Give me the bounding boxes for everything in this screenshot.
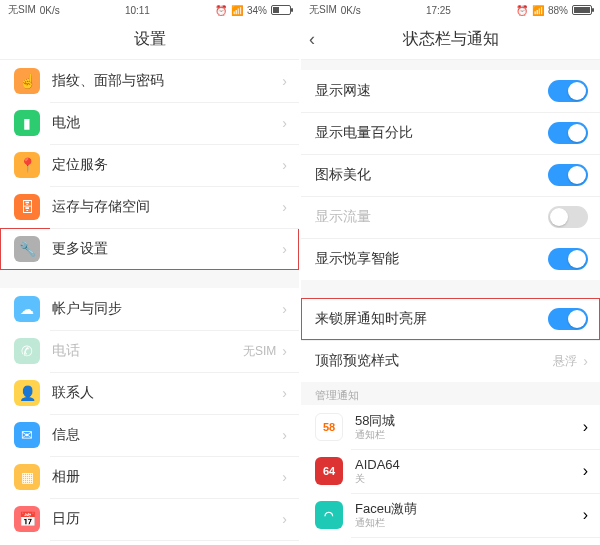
chevron-right-icon: › bbox=[282, 301, 287, 317]
app-text: Faceu激萌通知栏 bbox=[355, 501, 583, 529]
wifi-icon: 📶 bbox=[532, 5, 544, 16]
cloud-icon: ☁ bbox=[14, 296, 40, 322]
battery-icon: ▮ bbox=[14, 110, 40, 136]
back-button[interactable]: ‹ bbox=[309, 29, 315, 50]
row-value: 悬浮 bbox=[553, 353, 577, 370]
row-label: 更多设置 bbox=[52, 240, 282, 258]
preview-style-row[interactable]: 顶部预览样式悬浮› bbox=[301, 340, 600, 382]
settings-row-location[interactable]: 📍定位服务› bbox=[0, 144, 299, 186]
settings-row-contact[interactable]: 👤联系人› bbox=[0, 372, 299, 414]
settings-row-photo[interactable]: ▦相册› bbox=[0, 456, 299, 498]
chevron-right-icon: › bbox=[282, 73, 287, 89]
toggle-row: 显示网速 bbox=[301, 70, 600, 112]
row-label: 帐户与同步 bbox=[52, 300, 282, 318]
sim-status: 无SIM bbox=[309, 3, 337, 17]
settings-row-calendar[interactable]: 📅日历› bbox=[0, 498, 299, 540]
toggle-row: 图标美化 bbox=[301, 154, 600, 196]
phone-icon: ✆ bbox=[14, 338, 40, 364]
chevron-right-icon: › bbox=[583, 462, 588, 480]
settings-list: ☝指纹、面部与密码›▮电池›📍定位服务›🗄运存与存储空间›🔧更多设置›☁帐户与同… bbox=[0, 60, 299, 545]
app-notification-row[interactable]: 5858同城通知栏› bbox=[301, 405, 600, 449]
toggle-label: 显示流量 bbox=[315, 208, 548, 226]
row-label: 指纹、面部与密码 bbox=[52, 72, 282, 90]
app-text: 58同城通知栏 bbox=[355, 413, 583, 441]
row-label: 顶部预览样式 bbox=[315, 352, 553, 370]
settings-row-phone[interactable]: ✆电话无SIM› bbox=[0, 330, 299, 372]
page-header: ‹ 状态栏与通知 bbox=[301, 20, 600, 60]
chevron-right-icon: › bbox=[282, 385, 287, 401]
settings-row-storage[interactable]: 🗄运存与存储空间› bbox=[0, 186, 299, 228]
row-label: 电话 bbox=[52, 342, 243, 360]
toggle-label: 显示悦享智能 bbox=[315, 250, 548, 268]
toggle-switch[interactable] bbox=[548, 206, 588, 228]
chevron-right-icon: › bbox=[282, 511, 287, 527]
chevron-right-icon: › bbox=[583, 506, 588, 524]
page-header: 设置 bbox=[0, 20, 299, 60]
toggle-switch[interactable] bbox=[548, 308, 588, 330]
battery-icon bbox=[572, 5, 592, 15]
chevron-right-icon: › bbox=[282, 427, 287, 443]
chevron-right-icon: › bbox=[282, 343, 287, 359]
alarm-icon: ⏰ bbox=[516, 5, 528, 16]
row-label: 日历 bbox=[52, 510, 282, 528]
app-name: Faceu激萌 bbox=[355, 501, 583, 517]
chevron-right-icon: › bbox=[583, 418, 588, 436]
app-text: AIDA64关 bbox=[355, 457, 583, 485]
toggle-switch[interactable] bbox=[548, 80, 588, 102]
battery-percent: 88% bbox=[548, 5, 568, 16]
app-notification-row[interactable]: ◠Faceu激萌通知栏› bbox=[301, 493, 600, 537]
app-sub: 通知栏 bbox=[355, 517, 583, 529]
chevron-right-icon: › bbox=[282, 241, 287, 257]
app-icon: ◠ bbox=[315, 501, 343, 529]
net-speed: 0K/s bbox=[341, 5, 361, 16]
status-bar-left: 无SIM 0K/s 10:11 ⏰ 📶 34% bbox=[0, 0, 299, 20]
message-icon: ✉ bbox=[14, 422, 40, 448]
app-sub: 通知栏 bbox=[355, 429, 583, 441]
notifications-pane: 无SIM 0K/s 17:25 ⏰ 📶 88% ‹ 状态栏与通知 显示网速显示电… bbox=[299, 0, 600, 545]
wifi-icon: 📶 bbox=[231, 5, 243, 16]
battery-icon bbox=[271, 5, 291, 15]
section-gap bbox=[301, 60, 600, 70]
toggle-switch[interactable] bbox=[548, 248, 588, 270]
chevron-right-icon: › bbox=[282, 157, 287, 173]
row-label: 信息 bbox=[52, 426, 282, 444]
page-title: 状态栏与通知 bbox=[403, 29, 499, 50]
contact-icon: 👤 bbox=[14, 380, 40, 406]
fingerprint-icon: ☝ bbox=[14, 68, 40, 94]
row-label: 电池 bbox=[52, 114, 282, 132]
toggle-label: 显示电量百分比 bbox=[315, 124, 548, 142]
notification-settings-list: 显示网速显示电量百分比图标美化显示流量显示悦享智能来锁屏通知时亮屏顶部预览样式悬… bbox=[301, 60, 600, 545]
toggle-switch[interactable] bbox=[548, 122, 588, 144]
sim-status: 无SIM bbox=[8, 3, 36, 17]
settings-pane: 无SIM 0K/s 10:11 ⏰ 📶 34% 设置 ☝指纹、面部与密码›▮电池… bbox=[0, 0, 299, 545]
status-bar-right: 无SIM 0K/s 17:25 ⏰ 📶 88% bbox=[301, 0, 600, 20]
location-icon: 📍 bbox=[14, 152, 40, 178]
section-gap bbox=[0, 270, 299, 288]
row-label: 定位服务 bbox=[52, 156, 282, 174]
alarm-icon: ⏰ bbox=[215, 5, 227, 16]
settings-row-battery[interactable]: ▮电池› bbox=[0, 102, 299, 144]
section-header: 管理通知 bbox=[301, 382, 600, 405]
toggle-switch[interactable] bbox=[548, 164, 588, 186]
app-icon: 58 bbox=[315, 413, 343, 441]
app-notification-row[interactable]: fFlash Player Settings› bbox=[301, 537, 600, 545]
chevron-right-icon: › bbox=[282, 199, 287, 215]
battery-percent: 34% bbox=[247, 5, 267, 16]
app-name: AIDA64 bbox=[355, 457, 583, 473]
toggle-label: 显示网速 bbox=[315, 82, 548, 100]
net-speed: 0K/s bbox=[40, 5, 60, 16]
settings-row-message[interactable]: ✉信息› bbox=[0, 414, 299, 456]
settings-row-cloud[interactable]: ☁帐户与同步› bbox=[0, 288, 299, 330]
toggle-row: 显示悦享智能 bbox=[301, 238, 600, 280]
settings-row-voice[interactable]: 🎤vivoice› bbox=[0, 540, 299, 545]
toggle-label: 图标美化 bbox=[315, 166, 548, 184]
photo-icon: ▦ bbox=[14, 464, 40, 490]
settings-row-fingerprint[interactable]: ☝指纹、面部与密码› bbox=[0, 60, 299, 102]
app-notification-row[interactable]: 64AIDA64关› bbox=[301, 449, 600, 493]
settings-row-wrench[interactable]: 🔧更多设置› bbox=[0, 228, 299, 270]
clock: 17:25 bbox=[426, 5, 451, 16]
toggle-row: 显示流量 bbox=[301, 196, 600, 238]
row-label: 联系人 bbox=[52, 384, 282, 402]
row-label: 运存与存储空间 bbox=[52, 198, 282, 216]
calendar-icon: 📅 bbox=[14, 506, 40, 532]
